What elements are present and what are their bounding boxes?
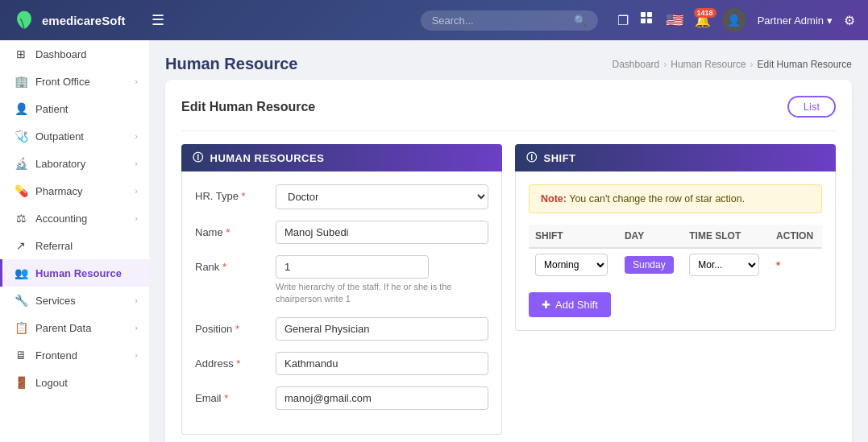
address-input[interactable]	[276, 352, 488, 375]
breadcrumb-sep-1: ›	[663, 59, 667, 70]
flag-icon[interactable]: 🇺🇸	[666, 11, 683, 29]
rank-row: Rank * Write hierarchy of the staff. If …	[195, 255, 488, 306]
sidebar-item-accounting[interactable]: ⚖ Accounting ›	[0, 204, 149, 232]
services-arrow: ›	[135, 295, 138, 305]
sidebar-item-human-resource[interactable]: 👥 Human Resource	[0, 259, 149, 287]
logout-icon: 🚪	[14, 376, 28, 389]
breadcrumb-sep-2: ›	[750, 59, 754, 70]
logo-icon	[13, 9, 35, 31]
name-row: Name *	[195, 221, 488, 244]
svg-rect-2	[641, 19, 646, 23]
shift-panel: ⓘ SHIFT Note: You can't change the row o…	[515, 144, 836, 435]
front-office-arrow: ›	[135, 76, 138, 86]
note-box: Note: You can't change the row of star a…	[529, 184, 822, 213]
name-input[interactable]	[276, 221, 488, 244]
outpatient-icon: 🩺	[14, 130, 28, 143]
referral-icon: ↗	[14, 239, 28, 252]
sidebar-item-patient[interactable]: 👤 Patient	[0, 95, 149, 122]
parent-data-arrow: ›	[135, 323, 138, 333]
sidebar-item-parent-data[interactable]: 📋 Parent Data ›	[0, 314, 149, 341]
svg-rect-0	[641, 12, 646, 17]
services-icon: 🔧	[14, 294, 28, 307]
col-action: ACTION	[770, 225, 822, 248]
time-slot-dropdown[interactable]: Mor... Afternoon Evening	[689, 254, 759, 276]
sidebar-label-laboratory: Laboratory	[35, 158, 127, 170]
breadcrumb-human-resource[interactable]: Human Resource	[671, 59, 745, 70]
search-input[interactable]	[432, 14, 569, 27]
sidebar-label-dashboard: Dashboard	[35, 48, 138, 60]
main-content: Human Resource Dashboard › Human Resourc…	[149, 40, 868, 442]
grid-icon[interactable]: ​	[640, 11, 654, 29]
fullscreen-icon[interactable]: ❐	[617, 13, 629, 28]
sidebar-item-frontend[interactable]: 🖥 Frontend ›	[0, 341, 149, 369]
accounting-arrow: ›	[135, 213, 138, 223]
shift-table-row: Morning Evening Night Sunday	[529, 248, 822, 281]
sidebar-item-outpatient[interactable]: 🩺 Outpatient ›	[0, 122, 149, 150]
sidebar-label-services: Services	[35, 295, 127, 307]
position-row: Position *	[195, 317, 488, 341]
sidebar-label-accounting: Accounting	[35, 213, 127, 225]
panels: ⓘ HUMAN RESOURCES HR. Type * Doctor	[181, 144, 836, 435]
col-time-slot: TIME SLOT	[683, 225, 770, 248]
settings-icon[interactable]: ⚙	[844, 13, 855, 28]
hr-panel-header: ⓘ HUMAN RESOURCES	[181, 144, 502, 171]
action-cell: *	[770, 248, 822, 281]
svg-rect-3	[647, 19, 652, 23]
breadcrumb: Dashboard › Human Resource › Edit Human …	[613, 59, 852, 70]
edit-card: Edit Human Resource List ⓘ HUMAN RESOURC…	[165, 80, 852, 442]
sidebar-item-logout[interactable]: 🚪 Logout	[0, 369, 149, 396]
hr-type-select[interactable]: Doctor Nurse Receptionist Pharmacist	[276, 184, 488, 209]
sidebar-item-referral[interactable]: ↗ Referral	[0, 232, 149, 259]
shift-panel-body: Note: You can't change the row of star a…	[515, 171, 836, 331]
rank-input[interactable]	[276, 255, 429, 279]
sidebar-item-services[interactable]: 🔧 Services ›	[0, 287, 149, 314]
col-day: DAY	[618, 225, 683, 248]
shift-table-header-row: SHIFT DAY TIME SLOT ACTION	[529, 225, 822, 248]
sidebar-label-front-office: Front Office	[35, 76, 127, 88]
logo-area: emedicareSoft	[13, 9, 142, 31]
dashboard-icon: ⊞	[14, 48, 28, 60]
search-icon: 🔍	[574, 14, 587, 27]
notification-icon[interactable]: 🔔 1418	[695, 13, 711, 28]
breadcrumb-dashboard[interactable]: Dashboard	[613, 59, 660, 70]
sidebar-item-dashboard[interactable]: ⊞ Dashboard	[0, 40, 149, 68]
email-label: Email *	[195, 386, 268, 404]
card-header-row: Edit Human Resource List	[181, 96, 836, 118]
sidebar-label-logout: Logout	[35, 377, 138, 389]
shift-cell: Morning Evening Night	[529, 248, 618, 281]
front-office-icon: 🏢	[14, 75, 28, 88]
address-label: Address *	[195, 352, 268, 370]
sidebar-label-parent-data: Parent Data	[35, 322, 127, 334]
human-resource-icon: 👥	[14, 266, 28, 279]
day-cell: Sunday	[618, 248, 683, 281]
svg-rect-1	[647, 12, 652, 17]
notification-badge: 1418	[694, 8, 716, 18]
frontend-arrow: ›	[135, 350, 138, 360]
position-input[interactable]	[276, 317, 488, 341]
shift-panel-header: ⓘ SHIFT	[515, 144, 836, 171]
shift-panel-icon: ⓘ	[526, 151, 538, 165]
hr-panel: ⓘ HUMAN RESOURCES HR. Type * Doctor	[181, 144, 502, 435]
add-shift-button[interactable]: ✚ Add Shift	[529, 292, 611, 317]
add-shift-label: Add Shift	[555, 299, 598, 311]
top-navigation: emedicareSoft ☰ 🔍 ❐ ​ 🇺🇸 🔔 1418 👤 Partne…	[0, 0, 868, 40]
sidebar-item-laboratory[interactable]: 🔬 Laboratory ›	[0, 150, 149, 177]
col-shift: SHIFT	[529, 225, 618, 248]
sidebar-item-pharmacy[interactable]: 💊 Pharmacy ›	[0, 177, 149, 204]
shift-dropdown[interactable]: Morning Evening Night	[535, 254, 608, 276]
parent-data-icon: 📋	[14, 321, 28, 334]
hamburger-menu[interactable]: ☰	[152, 11, 164, 29]
avatar[interactable]: 👤	[722, 8, 746, 32]
email-input[interactable]	[276, 386, 488, 410]
breadcrumb-current: Edit Human Resource	[758, 59, 852, 70]
day-badge: Sunday	[625, 256, 674, 274]
laboratory-arrow: ›	[135, 159, 138, 168]
hr-type-row: HR. Type * Doctor Nurse Receptionist Pha…	[195, 184, 488, 209]
user-label[interactable]: Partner Admin ▾	[758, 14, 833, 27]
sidebar-label-referral: Referral	[35, 240, 138, 252]
list-button[interactable]: List	[787, 96, 836, 118]
frontend-icon: 🖥	[14, 349, 28, 361]
topnav-icons: ❐ ​ 🇺🇸 🔔 1418 👤 Partner Admin ▾ ⚙	[617, 8, 855, 32]
note-prefix: Note:	[541, 193, 567, 204]
sidebar-item-front-office[interactable]: 🏢 Front Office ›	[0, 68, 149, 95]
